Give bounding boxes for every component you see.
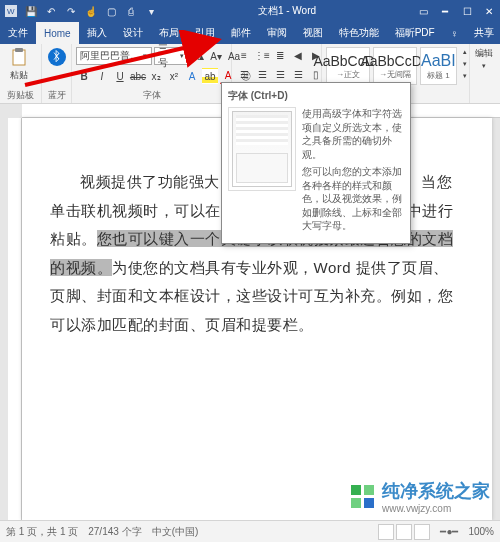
- svg-rect-7: [364, 485, 374, 495]
- group-clipboard: 粘贴 剪贴板: [0, 44, 42, 103]
- decrease-indent-icon[interactable]: ◀: [290, 47, 306, 63]
- view-buttons: [378, 524, 430, 540]
- tab-tellme[interactable]: ♀: [443, 22, 467, 44]
- font-size-combo[interactable]: 三号▾: [154, 47, 188, 65]
- watermark: 纯净系统之家 www.vwjzy.com: [350, 479, 490, 514]
- svg-rect-2: [13, 50, 25, 65]
- bold-button[interactable]: B: [76, 68, 92, 84]
- customize-icon[interactable]: ▾: [144, 4, 158, 18]
- status-bar: 第 1 页，共 1 页 27/143 个字 中文(中国) ━●━ 100%: [0, 520, 500, 542]
- text-effects-icon[interactable]: A: [184, 68, 200, 84]
- tooltip-description: 使用高级字体和字符选项自定义所选文本，使之具备所需的确切外观。 您可以向您的文本…: [302, 107, 404, 237]
- strike-button[interactable]: abc: [130, 68, 146, 84]
- tooltip-preview-image: [228, 107, 296, 191]
- print-icon[interactable]: ⎙: [124, 4, 138, 18]
- style-nospacing[interactable]: AaBbCcDd→无间隔: [373, 47, 417, 85]
- status-language[interactable]: 中文(中国): [152, 525, 199, 539]
- tab-insert[interactable]: 插入: [79, 22, 115, 44]
- tab-layout[interactable]: 布局: [151, 22, 187, 44]
- group-font: 阿里巴巴普…▾ 三号▾ A▴ A▾ Aa B I U abc x₂ x² A a…: [72, 44, 232, 103]
- ribbon-options-icon[interactable]: ▭: [416, 4, 430, 18]
- view-print-icon[interactable]: [396, 524, 412, 540]
- svg-rect-8: [351, 498, 361, 508]
- highlight-icon[interactable]: ab: [202, 68, 218, 84]
- group-label-font: 字体: [76, 88, 227, 103]
- styles-up-icon[interactable]: ▴: [460, 47, 470, 57]
- font-dialog-tooltip: 字体 (Ctrl+D) 使用高级字体和字符选项自定义所选文本，使之具备所需的确切…: [221, 82, 411, 244]
- superscript-button[interactable]: x²: [166, 68, 182, 84]
- underline-button[interactable]: U: [112, 68, 128, 84]
- bluetooth-button[interactable]: [46, 47, 67, 67]
- redo-icon[interactable]: ↷: [64, 4, 78, 18]
- italic-button[interactable]: I: [94, 68, 110, 84]
- tab-file[interactable]: 文件: [0, 22, 36, 44]
- title-bar: W 💾 ↶ ↷ ☝ ▢ ⎙ ▾ 文档1 - Word ▭ ━ ☐ ✕: [0, 0, 500, 22]
- svg-text:W: W: [7, 7, 15, 16]
- close-icon[interactable]: ✕: [482, 4, 496, 18]
- bullets-icon[interactable]: ≡: [236, 47, 252, 63]
- window-buttons: ▭ ━ ☐ ✕: [416, 4, 496, 18]
- paste-button[interactable]: 粘贴: [4, 47, 34, 82]
- touch-icon[interactable]: ☝: [84, 4, 98, 18]
- tab-mailings[interactable]: 邮件: [223, 22, 259, 44]
- ribbon-tabs: 文件 Home 插入 设计 布局 引用 邮件 审阅 视图 特色功能 福昕PDF …: [0, 22, 500, 44]
- minimize-icon[interactable]: ━: [438, 4, 452, 18]
- svg-rect-9: [364, 498, 374, 508]
- shrink-font-icon[interactable]: A▾: [208, 48, 224, 64]
- tab-references[interactable]: 引用: [187, 22, 223, 44]
- save-icon[interactable]: 💾: [24, 4, 38, 18]
- align-center-icon[interactable]: ☰: [254, 66, 270, 82]
- multilevel-icon[interactable]: ≣: [272, 47, 288, 63]
- new-icon[interactable]: ▢: [104, 4, 118, 18]
- styles-more-icon[interactable]: ▾: [460, 71, 470, 81]
- undo-icon[interactable]: ↶: [44, 4, 58, 18]
- watermark-logo-icon: [350, 484, 376, 510]
- group-bluetooth: 蓝牙: [42, 44, 72, 103]
- style-heading1[interactable]: AaBI标题 1: [420, 47, 457, 85]
- share-button[interactable]: 共享: [474, 26, 494, 40]
- tab-special[interactable]: 特色功能: [331, 22, 387, 44]
- subscript-button[interactable]: x₂: [148, 68, 164, 84]
- group-label-bluetooth: 蓝牙: [46, 88, 67, 103]
- numbering-icon[interactable]: ⋮≡: [254, 47, 270, 63]
- tab-design[interactable]: 设计: [115, 22, 151, 44]
- vertical-ruler[interactable]: [8, 118, 22, 520]
- svg-rect-3: [15, 48, 23, 52]
- align-left-icon[interactable]: ☰: [236, 66, 252, 82]
- document-title: 文档1 - Word: [158, 4, 416, 18]
- svg-rect-6: [351, 485, 361, 495]
- zoom-level[interactable]: 100%: [468, 526, 494, 537]
- tab-home[interactable]: Home: [36, 22, 79, 44]
- tab-review[interactable]: 审阅: [259, 22, 295, 44]
- font-family-combo[interactable]: 阿里巴巴普…▾: [76, 47, 152, 65]
- justify-icon[interactable]: ☰: [290, 66, 306, 82]
- view-web-icon[interactable]: [414, 524, 430, 540]
- tooltip-title: 字体 (Ctrl+D): [228, 89, 404, 103]
- align-right-icon[interactable]: ☰: [272, 66, 288, 82]
- maximize-icon[interactable]: ☐: [460, 4, 474, 18]
- view-read-icon[interactable]: [378, 524, 394, 540]
- group-editing: 编辑▾: [470, 44, 498, 103]
- status-page[interactable]: 第 1 页，共 1 页: [6, 525, 78, 539]
- tab-pdf[interactable]: 福昕PDF: [387, 22, 443, 44]
- grow-font-icon[interactable]: A▴: [190, 48, 206, 64]
- word-icon: W: [4, 4, 18, 18]
- styles-down-icon[interactable]: ▾: [460, 59, 470, 69]
- group-label-clipboard: 剪贴板: [4, 88, 37, 103]
- zoom-slider[interactable]: ━●━: [440, 526, 458, 537]
- quick-access-toolbar: W 💾 ↶ ↷ ☝ ▢ ⎙ ▾: [4, 4, 158, 18]
- editing-button[interactable]: 编辑▾: [474, 47, 494, 70]
- status-words[interactable]: 27/143 个字: [88, 525, 141, 539]
- tab-view[interactable]: 视图: [295, 22, 331, 44]
